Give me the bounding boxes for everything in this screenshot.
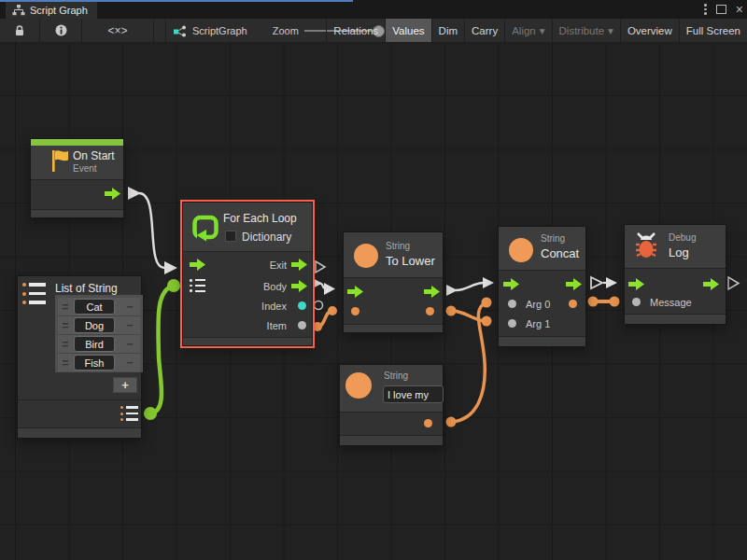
index-port-label: Index: [261, 301, 287, 312]
remove-item-button[interactable]: −: [122, 356, 137, 370]
node-title: To Lower: [386, 254, 435, 268]
drag-handle-icon[interactable]: =: [61, 301, 70, 314]
node-type: String: [384, 371, 408, 381]
list-item-row: = −: [58, 335, 140, 354]
info-icon: [55, 24, 67, 36]
dictionary-checkbox[interactable]: [225, 231, 236, 242]
list-in-port[interactable]: [190, 279, 205, 292]
arg0-in-port[interactable]: [508, 300, 516, 308]
node-type: String: [541, 233, 565, 244]
list-icon: [22, 283, 47, 304]
graph-toolbar: <×> ScriptGraph Zoom 1x Relations Values…: [0, 19, 747, 43]
node-title: Log: [669, 245, 689, 259]
tab-script-graph[interactable]: Script Graph: [6, 2, 97, 19]
message-label: Message: [650, 297, 692, 308]
loop-icon: [191, 214, 219, 242]
bug-icon: [632, 231, 660, 261]
string-type-icon: [345, 372, 372, 399]
values-button[interactable]: Values: [385, 19, 430, 42]
node-debug-log[interactable]: Debug Log Message: [624, 224, 726, 325]
list-editor: = − = − = − = −: [55, 295, 143, 372]
remove-item-button[interactable]: −: [122, 337, 137, 351]
zoom-label: Zoom: [273, 25, 299, 36]
node-subtitle: Event: [73, 163, 97, 174]
flow-out-port[interactable]: [703, 278, 719, 290]
node-type: String: [386, 241, 410, 251]
exit-port[interactable]: [291, 259, 307, 271]
string-type-icon: [509, 238, 533, 262]
flow-out-port[interactable]: [566, 278, 582, 290]
distribute-dropdown[interactable]: Distribute▾: [552, 19, 620, 42]
arg0-label: Arg 0: [526, 299, 550, 310]
graph-name: ScriptGraph: [192, 25, 247, 36]
node-for-each-loop[interactable]: For Each Loop Dictionary Exit Body Index…: [182, 202, 313, 346]
lock-button[interactable]: [0, 19, 40, 42]
unity-script-graph-window: Script Graph × <×>: [0, 0, 747, 560]
flow-in-port[interactable]: [190, 259, 205, 271]
value-out-port[interactable]: [424, 419, 432, 427]
window-tab-bar: Script Graph ×: [0, 0, 747, 20]
node-string-literal[interactable]: String: [339, 364, 444, 446]
arg1-in-port[interactable]: [508, 319, 516, 328]
node-type: Debug: [669, 232, 696, 243]
node-title: List of String: [55, 282, 118, 295]
event-accent-stripe: [31, 139, 123, 146]
body-port-label: Body: [263, 281, 287, 292]
dim-button[interactable]: Dim: [431, 19, 464, 42]
remove-item-button[interactable]: −: [122, 300, 137, 314]
list-item-input[interactable]: [74, 317, 115, 333]
drag-handle-icon[interactable]: =: [61, 338, 70, 351]
node-title: On Start: [73, 149, 115, 162]
list-item-row: = −: [58, 316, 140, 335]
chevron-down-icon: ▾: [608, 24, 613, 37]
inspector-button[interactable]: [40, 19, 82, 42]
hierarchy-icon: [12, 5, 25, 16]
item-port-label: Item: [267, 320, 287, 331]
overview-button[interactable]: Overview: [620, 19, 679, 42]
flow-out-port[interactable]: [424, 286, 440, 298]
window-controls: ×: [704, 0, 743, 19]
value-in-port[interactable]: [351, 307, 359, 315]
arg1-label: Arg 1: [526, 318, 550, 329]
node-to-lower[interactable]: String To Lower: [343, 231, 444, 333]
window-menu-icon[interactable]: [704, 4, 707, 15]
body-port[interactable]: [291, 280, 307, 292]
chevron-down-icon: ▾: [540, 24, 545, 37]
list-item-input[interactable]: [74, 336, 115, 352]
remove-item-button[interactable]: −: [122, 318, 137, 332]
drag-handle-icon[interactable]: =: [61, 319, 70, 332]
list-item-input[interactable]: [74, 299, 115, 315]
string-type-icon: [354, 244, 378, 268]
flow-in-port[interactable]: [347, 286, 363, 298]
list-item-input[interactable]: [74, 355, 115, 371]
align-dropdown[interactable]: Align▾: [504, 19, 551, 42]
flow-in-port[interactable]: [503, 278, 519, 290]
string-value-input[interactable]: [383, 385, 444, 403]
code-preview-button[interactable]: <×>: [82, 19, 154, 42]
list-out-port[interactable]: [120, 406, 139, 421]
list-item-row: = −: [58, 354, 140, 371]
tab-title: Script Graph: [30, 5, 88, 16]
index-port[interactable]: [298, 301, 306, 310]
close-icon[interactable]: ×: [736, 3, 743, 16]
drag-handle-icon[interactable]: =: [61, 357, 70, 370]
flag-icon: [49, 148, 74, 174]
node-on-start[interactable]: On Start Event: [30, 138, 124, 218]
maximize-icon[interactable]: [716, 5, 726, 14]
carry-button[interactable]: Carry: [464, 19, 504, 42]
code-toggle-glyph: <×>: [107, 24, 127, 37]
graph-icon: [173, 24, 187, 37]
item-port[interactable]: [298, 321, 306, 329]
relations-button[interactable]: Relations: [326, 19, 385, 42]
flow-in-port[interactable]: [628, 278, 644, 290]
value-out-port[interactable]: [569, 300, 577, 308]
value-out-port[interactable]: [426, 307, 434, 315]
graph-breadcrumb[interactable]: ScriptGraph: [166, 19, 254, 42]
node-concat[interactable]: String Concat Arg 0 Arg 1: [498, 226, 586, 347]
flow-out-port[interactable]: [105, 188, 120, 200]
add-item-button[interactable]: +: [113, 377, 137, 393]
node-list-of-string[interactable]: List of String = − = − = − = −: [17, 275, 142, 439]
dictionary-label: Dictionary: [242, 231, 291, 244]
full-screen-button[interactable]: Full Screen: [679, 19, 747, 42]
message-in-port[interactable]: [632, 298, 641, 306]
